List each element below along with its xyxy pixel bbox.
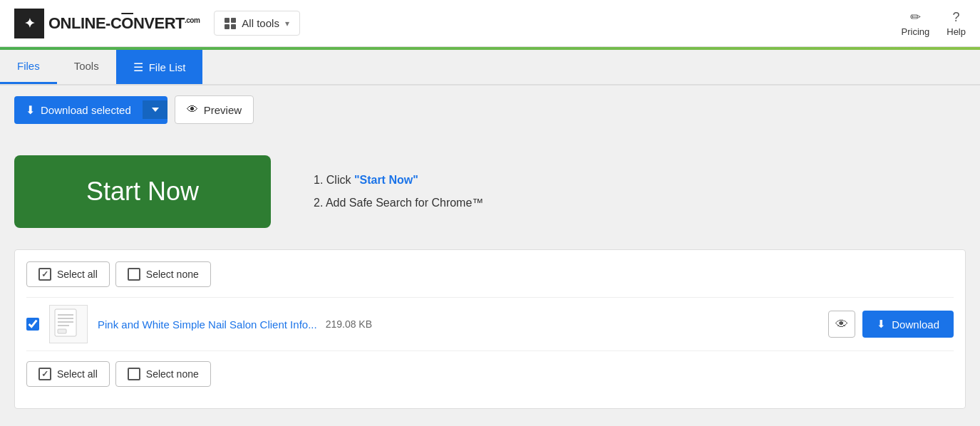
logo-text: ONLINE-CONVERT.com <box>48 14 200 33</box>
eye-icon: 👁 <box>835 317 848 332</box>
top-select-none-button[interactable]: Select none <box>115 261 211 287</box>
start-now-section: Start Now 1. Click "Start Now" 2. Add Sa… <box>14 148 966 235</box>
tab-tools-label: Tools <box>74 60 99 72</box>
pricing-label: Pricing <box>902 26 930 37</box>
help-icon: ? <box>953 10 960 25</box>
preview-button[interactable]: 👁 Preview <box>175 95 254 124</box>
chevron-down-icon: ▾ <box>285 19 289 28</box>
select-all-label: Select all <box>57 269 98 280</box>
svg-rect-5 <box>58 329 66 333</box>
tabs-bar: Files Tools ☰ File List <box>0 50 980 85</box>
tab-file-list[interactable]: ☰ File List <box>116 50 203 84</box>
select-none-label-bottom: Select none <box>146 368 199 380</box>
tab-file-list-label: File List <box>149 61 186 73</box>
start-now-instructions: 1. Click "Start Now" 2. Add Safe Search … <box>314 169 483 214</box>
select-all-checkbox-icon <box>38 268 51 281</box>
bottom-select-none-button[interactable]: Select none <box>115 361 211 387</box>
header-left: ✦ ONLINE-CONVERT.com All tools ▾ <box>14 9 300 38</box>
start-now-link[interactable]: "Start Now" <box>354 174 418 186</box>
file-checkbox[interactable] <box>26 318 39 331</box>
preview-label: Preview <box>204 104 242 116</box>
download-icon: ⬇ <box>26 103 35 117</box>
select-none-checkbox-icon-bottom <box>128 368 140 380</box>
download-label: Download <box>892 318 939 331</box>
logo-icon: ✦ <box>14 9 44 38</box>
chevron-down-icon <box>152 108 159 112</box>
toolbar: ⬇ Download selected 👁 Preview <box>0 85 980 134</box>
header: ✦ ONLINE-CONVERT.com All tools ▾ ✏ Prici… <box>0 0 980 47</box>
file-download-button[interactable]: ⬇ Download <box>862 311 954 338</box>
instruction-1: 1. Click "Start Now" <box>314 169 483 192</box>
file-info: Pink and White Simple Nail Salon Client … <box>98 318 818 331</box>
instruction-1-prefix: Click <box>326 174 354 186</box>
bottom-select-buttons: Select all Select none <box>26 361 954 387</box>
all-tools-label: All tools <box>242 17 279 29</box>
tab-tools[interactable]: Tools <box>57 50 116 84</box>
help-label: Help <box>947 26 966 37</box>
start-now-button[interactable]: Start Now <box>14 155 271 228</box>
file-list-container: Select all Select none Pin <box>14 249 966 409</box>
download-selected-label: Download selected <box>41 104 131 116</box>
header-right: ✏ Pricing ? Help <box>902 9 966 37</box>
file-row: Pink and White Simple Nail Salon Client … <box>26 297 954 351</box>
file-actions: 👁 ⬇ Download <box>828 311 954 338</box>
main-content: Start Now 1. Click "Start Now" 2. Add Sa… <box>0 134 980 423</box>
file-preview-button[interactable]: 👁 <box>828 311 855 338</box>
select-none-checkbox-icon <box>128 268 140 281</box>
file-thumbnail <box>49 305 88 343</box>
start-now-label: Start Now <box>86 177 199 206</box>
download-selected-arrow[interactable] <box>143 100 167 119</box>
top-select-buttons: Select all Select none <box>26 261 954 287</box>
file-thumbnail-icon <box>52 308 85 341</box>
bottom-select-all-button[interactable]: Select all <box>26 361 110 387</box>
select-all-label-bottom: Select all <box>57 368 98 380</box>
list-icon: ☰ <box>133 61 143 74</box>
file-size: 219.08 KB <box>326 318 372 330</box>
select-none-label: Select none <box>146 269 199 280</box>
all-tools-button[interactable]: All tools ▾ <box>214 11 300 36</box>
tab-files-label: Files <box>17 60 40 72</box>
tab-files[interactable]: Files <box>0 50 57 84</box>
file-name-link[interactable]: Pink and White Simple Nail Salon Client … <box>98 318 317 331</box>
grid-icon <box>225 18 236 29</box>
pricing-link[interactable]: ✏ Pricing <box>902 9 930 37</box>
download-selected-button[interactable]: ⬇ Download selected <box>14 96 167 124</box>
eye-icon: 👁 <box>187 103 198 116</box>
top-select-all-button[interactable]: Select all <box>26 261 110 287</box>
logo: ✦ ONLINE-CONVERT.com <box>14 9 200 38</box>
help-link[interactable]: ? Help <box>947 10 966 37</box>
download-icon: ⬇ <box>877 318 886 331</box>
download-selected-main[interactable]: ⬇ Download selected <box>14 96 143 124</box>
instruction-2: 2. Add Safe Search for Chrome™ <box>314 192 483 214</box>
select-all-checkbox-icon-bottom <box>38 368 51 380</box>
pencil-icon: ✏ <box>910 9 921 25</box>
